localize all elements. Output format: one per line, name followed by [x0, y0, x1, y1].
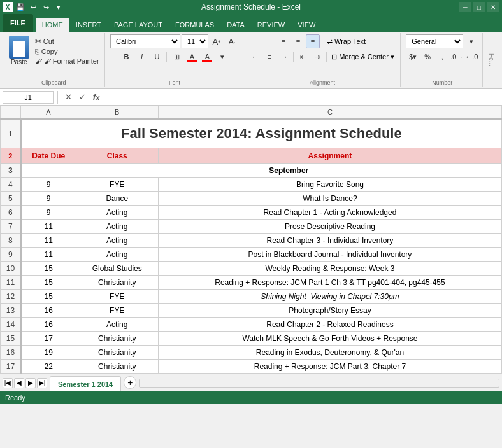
cell-c14[interactable]: Read Chapter 2 - Relaxed Readiness — [158, 318, 501, 332]
cell-a12[interactable]: 15 — [21, 290, 76, 304]
row-header-10[interactable]: 10 — [1, 262, 21, 276]
cell-b9[interactable]: Acting — [76, 248, 158, 262]
cell-a14[interactable]: 16 — [21, 318, 76, 332]
row-header-13[interactable]: 13 — [1, 304, 21, 318]
italic-button[interactable]: I — [134, 50, 148, 64]
cell-a11[interactable]: 15 — [21, 276, 76, 290]
increase-indent-button[interactable]: ⇥ — [310, 50, 324, 64]
cell-b15[interactable]: Christianity — [76, 332, 158, 346]
cell-c12[interactable]: Shining Night Viewing in Chapel 7:30pm — [158, 290, 501, 304]
row-header-11[interactable]: 11 — [1, 276, 21, 290]
align-top-center-button[interactable]: ≡ — [291, 34, 305, 48]
minimize-button[interactable]: ─ — [459, 2, 471, 12]
redo-qa-button[interactable]: ↪ — [41, 2, 51, 12]
cell-c4[interactable]: Bring Favorite Song — [158, 178, 501, 192]
cell-b14[interactable]: Acting — [76, 318, 158, 332]
formula-input[interactable] — [105, 91, 499, 104]
copy-button[interactable]: ⎘ Copy — [33, 47, 101, 56]
cell-a16[interactable]: 19 — [21, 346, 76, 360]
cell-a13[interactable]: 16 — [21, 304, 76, 318]
cell-c6[interactable]: Read Chapter 1 - Acting Acknowledged — [158, 206, 501, 220]
cell-c7[interactable]: Prose Descriptive Reading — [158, 220, 501, 234]
cell-c13[interactable]: Photograph/Story Essay — [158, 304, 501, 318]
col-header-c[interactable]: C — [158, 106, 501, 119]
add-sheet-button[interactable]: + — [124, 376, 136, 389]
row-header-4[interactable]: 4 — [1, 178, 21, 192]
tab-insert[interactable]: INSERT — [69, 18, 108, 32]
tab-file[interactable]: FILE — [3, 14, 33, 32]
sheet-nav-next[interactable]: ▶ — [25, 378, 36, 388]
bold-button[interactable]: B — [119, 50, 133, 64]
header-date[interactable]: Date Due — [21, 148, 76, 164]
row-header-3[interactable]: 3 — [1, 164, 21, 178]
col-header-a[interactable]: A — [21, 106, 76, 119]
row-header-9[interactable]: 9 — [1, 248, 21, 262]
align-top-right-button[interactable]: ≡ — [306, 34, 320, 48]
cell-b11[interactable]: Christianity — [76, 276, 158, 290]
font-size-select[interactable]: 11 — [182, 34, 208, 48]
cell-b17[interactable]: Christianity — [76, 360, 158, 374]
align-center-button[interactable]: ≡ — [262, 50, 276, 64]
row-header-2[interactable]: 2 — [1, 148, 21, 164]
cell-a10[interactable]: 15 — [21, 262, 76, 276]
cell-a17[interactable]: 22 — [21, 360, 76, 374]
cell-c10[interactable]: Weekly Reading & Response: Week 3 — [158, 262, 501, 276]
increase-decimal-button[interactable]: .0→ — [450, 50, 464, 64]
tab-formulas[interactable]: FORMULAS — [169, 18, 220, 32]
row-header-6[interactable]: 6 — [1, 206, 21, 220]
cell-a5[interactable]: 9 — [21, 192, 76, 206]
format-painter-button[interactable]: 🖌 🖌 Format Painter — [33, 57, 101, 66]
cell-b4[interactable]: FYE — [76, 178, 158, 192]
function-button[interactable]: fx — [90, 91, 103, 104]
tab-review[interactable]: REVIEW — [251, 18, 291, 32]
cell-c16[interactable]: Reading in Exodus, Deuteronomy, & Qur'an — [158, 346, 501, 360]
decrease-font-button[interactable]: A- — [225, 34, 239, 48]
tab-page-layout[interactable]: PAGE LAYOUT — [108, 18, 169, 32]
cell-a8[interactable]: 11 — [21, 234, 76, 248]
tab-data[interactable]: DATA — [220, 18, 251, 32]
row-header-15[interactable]: 15 — [1, 332, 21, 346]
decrease-indent-button[interactable]: ⇤ — [296, 50, 310, 64]
tab-home[interactable]: HOME — [36, 18, 69, 32]
cell-a7[interactable]: 11 — [21, 220, 76, 234]
col-header-b[interactable]: B — [76, 106, 158, 119]
percent-button[interactable]: % — [420, 50, 434, 64]
cell-b5[interactable]: Dance — [76, 192, 158, 206]
merge-center-button[interactable]: ⊡ Merge & Center ▾ — [329, 50, 397, 63]
sheet-nav-last[interactable]: ▶| — [37, 378, 47, 388]
increase-font-button[interactable]: A+ — [210, 34, 224, 48]
font-dropdown-button[interactable]: ▾ — [215, 50, 229, 64]
cell-a15[interactable]: 17 — [21, 332, 76, 346]
cell-c11[interactable]: Reading + Response: JCM Part 1 Ch 3 & TT… — [158, 276, 501, 290]
close-button[interactable]: ✕ — [487, 2, 499, 12]
font-color-button[interactable]: A — [200, 50, 214, 64]
decrease-decimal-button[interactable]: ←.0 — [464, 50, 478, 64]
cancel-formula-button[interactable]: ✕ — [62, 91, 75, 104]
row-header-5[interactable]: 5 — [1, 192, 21, 206]
font-family-select[interactable]: Calibri — [110, 34, 180, 48]
cell-b16[interactable]: Christianity — [76, 346, 158, 360]
row-header-12[interactable]: 12 — [1, 290, 21, 304]
header-class[interactable]: Class — [76, 148, 158, 164]
header-assignment[interactable]: Assignment — [158, 148, 501, 164]
sheet-nav-prev[interactable]: ◀ — [14, 378, 24, 388]
sheet-tab-semester1[interactable]: Semester 1 2014 — [50, 376, 121, 391]
cell-b10[interactable]: Global Studies — [76, 262, 158, 276]
accounting-button[interactable]: $▾ — [406, 50, 420, 64]
comma-button[interactable]: , — [435, 50, 449, 64]
cell-c17[interactable]: Reading + Response: JCM Part 3, Chapter … — [158, 360, 501, 374]
wrap-text-button[interactable]: ⇌ Wrap Text — [324, 35, 368, 48]
cell-a9[interactable]: 11 — [21, 248, 76, 262]
scrollbar-horizontal[interactable] — [136, 376, 502, 390]
cell-b8[interactable]: Acting — [76, 234, 158, 248]
cell-c8[interactable]: Read Chapter 3 - Individual Inventory — [158, 234, 501, 248]
number-format-select[interactable]: General — [406, 34, 463, 48]
dropdown-qa-button[interactable]: ▾ — [54, 2, 64, 12]
row-header-17[interactable]: 17 — [1, 360, 21, 374]
undo-qa-button[interactable]: ↩ — [28, 2, 38, 12]
maximize-button[interactable]: □ — [473, 2, 485, 12]
row-header-8[interactable]: 8 — [1, 234, 21, 248]
spreadsheet[interactable]: A B C 1 Fall Semester 2014: Assignment S… — [0, 106, 502, 374]
row-header-1[interactable]: 1 — [1, 119, 21, 148]
cell-c15[interactable]: Watch MLK Speech & Go Forth Videos + Res… — [158, 332, 501, 346]
